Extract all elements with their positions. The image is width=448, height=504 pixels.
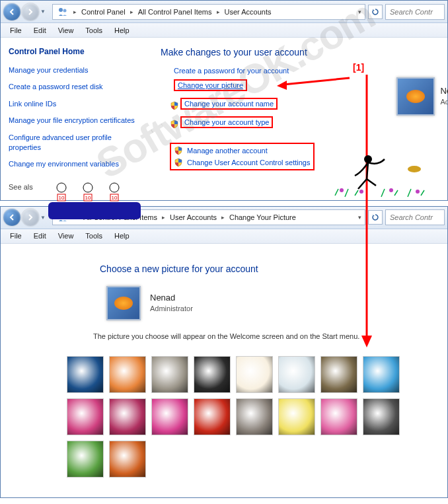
svg-text:10: 10 — [59, 195, 65, 201]
chevron-right-icon[interactable]: ▸ — [215, 9, 222, 15]
picture-option-butterfly[interactable] — [363, 356, 400, 393]
refresh-button[interactable] — [368, 5, 383, 19]
shield-icon — [174, 158, 183, 167]
chevron-right-icon[interactable]: ▸ — [128, 9, 135, 15]
picture-option-koala[interactable] — [151, 356, 188, 393]
forward-button[interactable] — [22, 209, 39, 226]
svg-text:10: 10 — [112, 195, 118, 201]
svg-point-0 — [59, 8, 63, 12]
menu-edit[interactable]: Edit — [28, 231, 52, 241]
user-block: Nenad Administrator — [106, 286, 428, 320]
action-manage-another[interactable]: Manage another account — [187, 147, 268, 155]
menu-help[interactable]: Help — [109, 25, 135, 36]
picture-option-dog-bw[interactable] — [236, 398, 273, 435]
picture-option-tulips[interactable] — [151, 398, 188, 435]
picture-option-swirl-multi[interactable] — [109, 441, 146, 478]
nav-history-dropdown[interactable]: ▼ — [40, 9, 48, 15]
search-input[interactable] — [385, 209, 445, 225]
user-name: Ne — [440, 86, 448, 97]
chevron-right-icon[interactable]: ▸ — [160, 214, 167, 221]
svg-line-14 — [335, 189, 338, 196]
menu-file[interactable]: File — [5, 25, 27, 36]
menu-edit[interactable]: Edit — [28, 25, 52, 36]
svg-point-23 — [389, 188, 393, 192]
sidebar-home[interactable]: Control Panel Home — [9, 47, 145, 56]
svg-line-16 — [355, 190, 358, 196]
svg-line-20 — [421, 190, 424, 196]
svg-point-12 — [364, 155, 372, 163]
change-picture-window: ▼ « All Control Panel Items ▸ User Accou… — [0, 206, 448, 498]
picture-option-kitten[interactable] — [320, 356, 357, 393]
svg-point-13 — [408, 166, 421, 172]
sidebar-link-reset-disk[interactable]: Create a password reset disk — [9, 82, 145, 92]
menu-tools[interactable]: Tools — [80, 25, 108, 36]
menu-view[interactable]: View — [53, 25, 79, 36]
svg-line-19 — [408, 189, 411, 197]
menu-bar: File Edit View Tools Help — [1, 229, 447, 244]
picture-option-maneki-neko[interactable] — [236, 356, 273, 393]
svg-point-3 — [57, 183, 66, 192]
svg-point-22 — [359, 190, 363, 194]
picture-option-vinyl[interactable] — [194, 356, 231, 393]
svg-line-18 — [394, 190, 398, 196]
chevron-right-icon[interactable]: ▸ — [219, 214, 227, 221]
picture-grid — [60, 349, 428, 484]
picture-option-leaf[interactable] — [67, 441, 104, 478]
picture-option-starfish[interactable] — [109, 356, 146, 393]
svg-line-15 — [345, 189, 348, 197]
menu-tools[interactable]: Tools — [80, 231, 108, 241]
svg-point-6 — [83, 183, 93, 192]
breadcrumb-user-accounts[interactable]: User Accounts — [167, 212, 219, 223]
description-text: The picture you choose will appear on th… — [93, 332, 428, 340]
sidebar-link-profile[interactable]: Configure advanced user profile properti… — [9, 133, 145, 153]
shield-icon — [170, 120, 179, 129]
chevron-right-icon[interactable]: ▸ — [71, 9, 79, 15]
forward-button[interactable] — [22, 3, 39, 20]
sidebar-link-online-ids[interactable]: Link online IDs — [9, 99, 145, 109]
action-change-type[interactable]: Change your account type — [180, 116, 273, 128]
picture-option-flower-pink[interactable] — [320, 398, 357, 435]
picture-option-gyro[interactable] — [278, 356, 315, 393]
sidebar-link-env-vars[interactable]: Change my environment variables — [9, 159, 145, 169]
menu-view[interactable]: View — [53, 231, 79, 241]
svg-line-17 — [381, 189, 385, 197]
doodle-judges: 10 10 10 — [42, 182, 147, 222]
user-role: Ad — [440, 97, 448, 106]
svg-rect-2 — [48, 202, 141, 219]
user-picture-large — [106, 286, 141, 320]
picture-option-jacks[interactable] — [363, 398, 400, 435]
action-change-uac[interactable]: Change User Account Control settings — [187, 159, 311, 166]
shield-icon — [174, 146, 183, 155]
user-accounts-icon — [57, 6, 69, 18]
picture-option-tomatoes[interactable] — [194, 398, 231, 435]
svg-point-21 — [340, 188, 344, 192]
content-full: Choose a new picture for your account Ne… — [1, 244, 447, 497]
breadcrumb-user-accounts[interactable]: User Accounts — [222, 7, 274, 17]
breadcrumb-control-panel[interactable]: Control Panel — [79, 7, 128, 17]
sidebar-link-encryption[interactable]: Manage your file encryption certificates — [9, 116, 145, 126]
user-picture — [396, 77, 435, 116]
red-arrow-down — [357, 71, 377, 349]
shield-icon — [170, 101, 179, 110]
picture-option-beachball[interactable] — [109, 398, 146, 435]
svg-point-9 — [110, 183, 119, 192]
back-button[interactable] — [3, 209, 20, 226]
breadcrumb-change-picture[interactable]: Change Your Picture — [227, 212, 299, 223]
breadcrumb-bar[interactable]: ▸ Control Panel ▸ All Control Panel Item… — [52, 4, 365, 20]
action-change-name[interactable]: Change your account name — [180, 98, 278, 110]
back-button[interactable] — [3, 3, 20, 20]
doodle-runner — [328, 149, 434, 202]
picture-option-paint-swirl[interactable] — [67, 398, 104, 435]
picture-option-crayons[interactable] — [278, 398, 315, 435]
action-change-picture[interactable]: Change your picture — [174, 79, 247, 91]
menu-file[interactable]: File — [5, 231, 27, 241]
svg-line-25 — [283, 78, 350, 85]
search-input[interactable] — [385, 4, 445, 20]
svg-text:10: 10 — [85, 195, 91, 201]
user-tile: Ne Ad — [396, 77, 448, 116]
breadcrumb-all-items[interactable]: All Control Panel Items — [135, 7, 215, 17]
sidebar-link-credentials[interactable]: Manage your credentials — [9, 65, 145, 75]
picture-option-swirl-blue[interactable] — [67, 356, 104, 393]
menu-help[interactable]: Help — [109, 231, 135, 241]
breadcrumb-dropdown[interactable]: ▾ — [356, 9, 363, 15]
